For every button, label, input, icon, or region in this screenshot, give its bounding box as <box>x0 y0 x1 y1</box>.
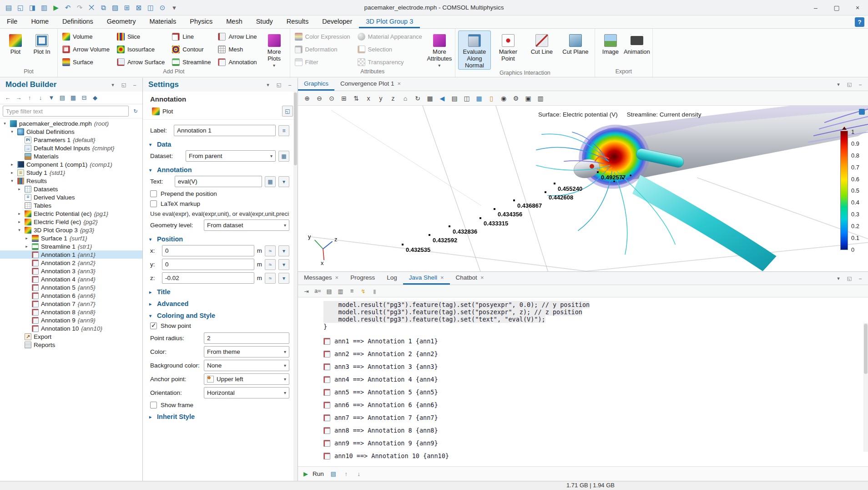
color-select[interactable]: From theme ▾ <box>204 346 289 357</box>
expression-menu-button[interactable]: ▾ <box>278 176 289 187</box>
float-panel-icon[interactable]: ◱ <box>275 81 283 89</box>
plot-in-window-button[interactable]: ◱ <box>282 106 293 117</box>
zoom-out-icon[interactable]: ⊖▾ <box>314 93 325 104</box>
close-tab-icon[interactable]: × <box>440 274 444 281</box>
close-tab-icon[interactable]: × <box>398 80 401 87</box>
tree-expander-icon[interactable]: ▾ <box>16 228 22 232</box>
checkbox-icon[interactable] <box>150 322 157 329</box>
tree-expander-icon[interactable]: ▾ <box>9 179 15 183</box>
menu-materials[interactable]: Materials <box>142 15 183 28</box>
refresh-icon[interactable]: ↻ <box>131 107 140 115</box>
shell-indent-icon[interactable]: ⇥▾ <box>302 286 311 296</box>
zoom-extents-icon[interactable]: ⊞▾ <box>338 93 349 104</box>
tree-item-annotation-6[interactable]: Annotation 6 {ann6} <box>0 291 142 300</box>
minimize-button[interactable]: – <box>805 0 826 15</box>
minimize-panel-icon[interactable]: – <box>856 274 864 282</box>
paste-icon[interactable]: ▨ <box>110 2 120 13</box>
copy-icon[interactable]: ⧉ <box>98 2 108 13</box>
float-panel-icon[interactable]: ◱ <box>120 81 128 89</box>
view-z-icon[interactable]: z▾ <box>388 93 399 104</box>
tree-item-electric-potential[interactable]: ▸ Electric Potential (ec) {pg1} <box>0 209 142 218</box>
close-tab-icon[interactable]: × <box>480 274 484 281</box>
add-arrow-volume-button[interactable]: Arrow Volume <box>61 43 113 56</box>
add-contour-button[interactable]: Contour <box>170 43 214 56</box>
grid-menu-icon[interactable]: ▦▾ <box>424 93 435 104</box>
section-data[interactable]: ▾ Data <box>149 141 289 148</box>
run-button[interactable]: Run <box>313 470 324 477</box>
zoom-in-icon[interactable]: ⊕▾ <box>302 93 313 104</box>
open-file-icon[interactable]: ◱ <box>15 2 25 13</box>
expression-grid-button[interactable]: ▦ <box>265 176 276 187</box>
tree-expander-icon[interactable]: ▸ <box>24 244 30 249</box>
anchor-point-select[interactable]: Upper left ▾ <box>204 373 289 385</box>
show-legends-icon[interactable]: ▯▾ <box>486 93 497 104</box>
tree-item-annotation-3[interactable]: Annotation 3 {ann3} <box>0 267 142 275</box>
settings-scrollbar[interactable] <box>293 92 298 481</box>
cut-line-button[interactable]: Cut Line ▾ <box>525 31 558 70</box>
tree-item-tables[interactable]: Tables <box>0 201 142 209</box>
annotation-text-input[interactable] <box>175 176 262 187</box>
tree-item-annotation-8[interactable]: Annotation 8 {ann8} <box>0 308 142 316</box>
add-line-button[interactable]: Line <box>170 31 214 43</box>
print-icon[interactable]: ▥▾ <box>535 93 546 104</box>
section-title[interactable]: ▸ Title <box>149 288 289 296</box>
tree-expander-icon[interactable]: ▾ <box>9 129 15 134</box>
tab-progress[interactable]: Progress <box>344 272 381 285</box>
cut-icon[interactable]: ⨉ <box>86 2 96 13</box>
maximize-button[interactable]: ▢ <box>826 0 847 15</box>
settings-plot-button[interactable]: Plot <box>148 106 177 117</box>
panel-menu-icon[interactable]: ▾ <box>834 80 843 88</box>
run-icon[interactable]: ▶ <box>51 2 61 13</box>
tree-expander-icon[interactable]: ▸ <box>24 236 30 240</box>
cut-plane-button[interactable]: Cut Plane ▾ <box>559 31 592 70</box>
save-icon[interactable]: ◨ <box>27 2 37 13</box>
tree-item-surface-1[interactable]: ▸ Surface 1 {surf1} <box>0 234 142 242</box>
tree-item-electric-field[interactable]: ▸ Electric Field (ec) {pg2} <box>0 218 142 226</box>
evaluate-along-normal-button[interactable]: Evaluate Along Normal ▾ <box>458 31 491 70</box>
color-expression-button[interactable]: Color Expression <box>293 31 354 43</box>
add-isosurface-button[interactable]: Isosurface <box>115 43 168 56</box>
undo-icon[interactable]: ↶ <box>63 2 73 13</box>
panel-menu-icon[interactable]: ▾ <box>109 81 117 89</box>
checkbox-icon[interactable] <box>150 190 157 197</box>
go-to-view-menu-icon[interactable]: ⇅▾ <box>351 93 362 104</box>
add-volume-button[interactable]: Volume <box>61 31 113 43</box>
tree-item-datasets[interactable]: ▸ Datasets <box>0 185 142 193</box>
panel-menu-icon[interactable]: ▾ <box>264 81 272 89</box>
forward-icon[interactable]: →▾ <box>14 93 24 103</box>
zoom-box-menu-icon[interactable]: ⊙▾ <box>326 93 337 104</box>
point-radius-input[interactable] <box>204 332 289 344</box>
export-image-button[interactable]: Image ▾ <box>598 31 623 68</box>
section-advanced[interactable]: ▸ Advanced <box>149 300 289 307</box>
more-plots-button[interactable]: More Plots ▾ <box>262 31 287 68</box>
tree-item-default-model-inputs[interactable]: Default Model Inputs {cminpt} <box>0 144 142 152</box>
section-position[interactable]: ▾ Position <box>149 235 289 243</box>
tree-expander-icon[interactable]: ▸ <box>16 211 22 216</box>
minimize-panel-icon[interactable]: – <box>131 81 139 89</box>
tree-item-reports[interactable]: Reports <box>0 341 142 349</box>
environment-menu-icon[interactable]: ◉▾ <box>498 93 509 104</box>
latex-markup-row[interactable]: LaTeX markup <box>150 200 289 207</box>
float-panel-icon[interactable]: ◱ <box>845 274 853 282</box>
position-input[interactable] <box>162 259 254 270</box>
shell-scrollbar[interactable] <box>863 323 868 452</box>
range-button[interactable]: ≈ <box>265 273 276 284</box>
move-down-icon[interactable]: ↓▾ <box>35 93 45 103</box>
delete-icon[interactable]: ⊠ <box>134 2 144 13</box>
scroll-down-icon[interactable]: ↓ <box>354 469 364 479</box>
tab-log[interactable]: Log <box>381 272 403 285</box>
graphics-canvas[interactable]: Surface: Electric potential (V) Streamli… <box>298 106 868 271</box>
menu-home[interactable]: Home <box>24 15 56 28</box>
plot-button[interactable]: Plot ▾ <box>3 31 28 68</box>
shell-stop-icon[interactable]: ▮▾ <box>370 286 379 296</box>
customize-toolbar-icon[interactable]: ▾ <box>169 2 179 13</box>
range-button[interactable]: ≈ <box>265 245 276 256</box>
menu-geometry[interactable]: Geometry <box>100 15 143 28</box>
show-point-row[interactable]: Show point <box>150 322 289 329</box>
help-icon[interactable]: ? <box>855 17 864 27</box>
duplicate-icon[interactable]: ⊞ <box>122 2 132 13</box>
add-annotation-button[interactable]: Annotation <box>216 56 260 68</box>
view-y-icon[interactable]: y▾ <box>375 93 386 104</box>
tree-item-root[interactable]: ▾ pacemaker_electrode.mph (root) <box>0 119 142 128</box>
tree-item-annotation-7[interactable]: Annotation 7 {ann7} <box>0 300 142 308</box>
